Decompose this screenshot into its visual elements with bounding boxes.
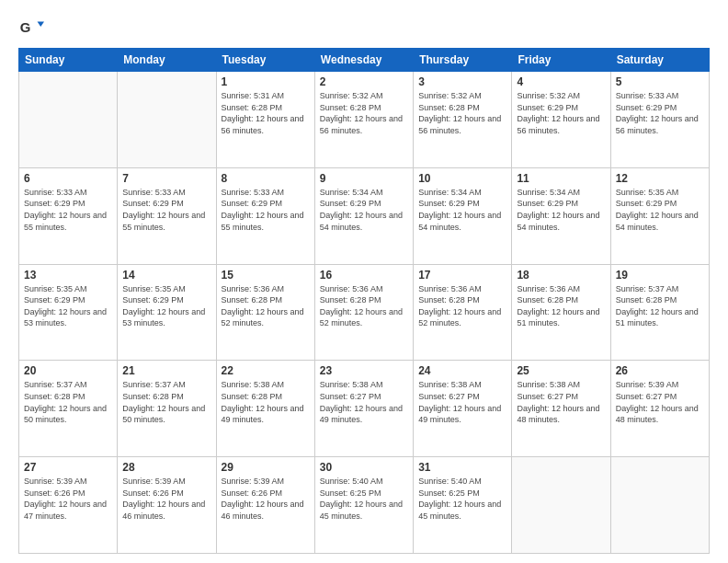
day-number: 31: [418, 461, 506, 474]
day-info: Sunrise: 5:37 AMSunset: 6:28 PMDaylight:…: [24, 379, 112, 425]
weekday-header: Friday: [512, 49, 610, 72]
calendar-week-row: 1Sunrise: 5:31 AMSunset: 6:28 PMDaylight…: [19, 72, 710, 168]
calendar-cell: 10Sunrise: 5:34 AMSunset: 6:29 PMDayligh…: [414, 167, 512, 264]
day-info: Sunrise: 5:37 AMSunset: 6:28 PMDaylight:…: [616, 283, 704, 329]
day-info: Sunrise: 5:32 AMSunset: 6:28 PMDaylight:…: [320, 90, 408, 136]
day-info: Sunrise: 5:33 AMSunset: 6:29 PMDaylight:…: [222, 187, 310, 233]
calendar-table: SundayMondayTuesdayWednesdayThursdayFrid…: [18, 48, 710, 554]
day-number: 22: [222, 364, 310, 377]
day-info: Sunrise: 5:36 AMSunset: 6:28 PMDaylight:…: [517, 283, 605, 329]
day-number: 17: [418, 269, 506, 282]
day-number: 7: [122, 172, 210, 185]
day-info: Sunrise: 5:33 AMSunset: 6:29 PMDaylight:…: [616, 90, 704, 136]
day-info: Sunrise: 5:35 AMSunset: 6:29 PMDaylight:…: [24, 283, 112, 329]
day-number: 9: [320, 172, 408, 185]
day-number: 25: [517, 364, 605, 377]
day-number: 30: [320, 461, 408, 474]
calendar-cell: 4Sunrise: 5:32 AMSunset: 6:29 PMDaylight…: [512, 72, 610, 168]
day-number: 13: [24, 269, 112, 282]
day-number: 27: [24, 461, 112, 474]
day-info: Sunrise: 5:33 AMSunset: 6:29 PMDaylight:…: [24, 187, 112, 233]
day-number: 20: [24, 364, 112, 377]
calendar-cell: 28Sunrise: 5:39 AMSunset: 6:26 PMDayligh…: [118, 457, 216, 554]
day-number: 24: [418, 364, 506, 377]
calendar-cell: 19Sunrise: 5:37 AMSunset: 6:28 PMDayligh…: [610, 264, 709, 361]
day-number: 3: [418, 75, 506, 88]
day-info: Sunrise: 5:40 AMSunset: 6:25 PMDaylight:…: [320, 476, 408, 522]
day-info: Sunrise: 5:40 AMSunset: 6:25 PMDaylight:…: [418, 476, 506, 522]
calendar-cell: 18Sunrise: 5:36 AMSunset: 6:28 PMDayligh…: [512, 264, 610, 361]
calendar-cell: 13Sunrise: 5:35 AMSunset: 6:29 PMDayligh…: [19, 264, 118, 361]
calendar-cell: 20Sunrise: 5:37 AMSunset: 6:28 PMDayligh…: [19, 361, 118, 457]
day-number: 19: [616, 269, 704, 282]
weekday-header: Monday: [118, 49, 216, 72]
calendar-header-row: SundayMondayTuesdayWednesdayThursdayFrid…: [19, 49, 710, 72]
day-info: Sunrise: 5:38 AMSunset: 6:27 PMDaylight:…: [418, 379, 506, 425]
calendar-cell: 2Sunrise: 5:32 AMSunset: 6:28 PMDaylight…: [314, 72, 413, 168]
day-info: Sunrise: 5:35 AMSunset: 6:29 PMDaylight:…: [122, 283, 210, 329]
calendar-week-row: 20Sunrise: 5:37 AMSunset: 6:28 PMDayligh…: [19, 361, 710, 457]
day-number: 6: [24, 172, 112, 185]
day-number: 18: [517, 269, 605, 282]
calendar-week-row: 6Sunrise: 5:33 AMSunset: 6:29 PMDaylight…: [19, 167, 710, 264]
day-info: Sunrise: 5:36 AMSunset: 6:28 PMDaylight:…: [320, 283, 408, 329]
calendar-cell: 29Sunrise: 5:39 AMSunset: 6:26 PMDayligh…: [216, 457, 314, 554]
day-info: Sunrise: 5:36 AMSunset: 6:28 PMDaylight:…: [418, 283, 506, 329]
calendar-cell: 5Sunrise: 5:33 AMSunset: 6:29 PMDaylight…: [610, 72, 709, 168]
day-number: 29: [222, 461, 310, 474]
calendar-cell: 12Sunrise: 5:35 AMSunset: 6:29 PMDayligh…: [610, 167, 709, 264]
day-info: Sunrise: 5:39 AMSunset: 6:26 PMDaylight:…: [122, 476, 210, 522]
day-info: Sunrise: 5:34 AMSunset: 6:29 PMDaylight:…: [320, 187, 408, 233]
calendar-cell: 8Sunrise: 5:33 AMSunset: 6:29 PMDaylight…: [216, 167, 314, 264]
calendar-cell: [118, 72, 216, 168]
calendar-cell: 3Sunrise: 5:32 AMSunset: 6:28 PMDaylight…: [414, 72, 512, 168]
logo-icon: G: [18, 15, 44, 40]
day-info: Sunrise: 5:38 AMSunset: 6:28 PMDaylight:…: [222, 379, 310, 425]
weekday-header: Tuesday: [216, 49, 314, 72]
logo: G: [18, 15, 48, 40]
calendar-week-row: 13Sunrise: 5:35 AMSunset: 6:29 PMDayligh…: [19, 264, 710, 361]
day-number: 16: [320, 269, 408, 282]
calendar-cell: 23Sunrise: 5:38 AMSunset: 6:27 PMDayligh…: [314, 361, 413, 457]
day-info: Sunrise: 5:39 AMSunset: 6:27 PMDaylight:…: [616, 379, 704, 425]
svg-marker-1: [38, 21, 44, 27]
calendar-cell: 6Sunrise: 5:33 AMSunset: 6:29 PMDaylight…: [19, 167, 118, 264]
day-number: 10: [418, 172, 506, 185]
day-number: 23: [320, 364, 408, 377]
calendar-cell: 14Sunrise: 5:35 AMSunset: 6:29 PMDayligh…: [118, 264, 216, 361]
weekday-header: Saturday: [610, 49, 709, 72]
day-number: 28: [122, 461, 210, 474]
calendar-cell: 30Sunrise: 5:40 AMSunset: 6:25 PMDayligh…: [314, 457, 413, 554]
weekday-header: Sunday: [19, 49, 118, 72]
calendar-cell: 15Sunrise: 5:36 AMSunset: 6:28 PMDayligh…: [216, 264, 314, 361]
calendar-cell: 27Sunrise: 5:39 AMSunset: 6:26 PMDayligh…: [19, 457, 118, 554]
calendar-cell: 7Sunrise: 5:33 AMSunset: 6:29 PMDaylight…: [118, 167, 216, 264]
day-info: Sunrise: 5:34 AMSunset: 6:29 PMDaylight:…: [517, 187, 605, 233]
day-info: Sunrise: 5:31 AMSunset: 6:28 PMDaylight:…: [222, 90, 310, 136]
day-number: 11: [517, 172, 605, 185]
calendar-cell: 16Sunrise: 5:36 AMSunset: 6:28 PMDayligh…: [314, 264, 413, 361]
calendar-cell: 22Sunrise: 5:38 AMSunset: 6:28 PMDayligh…: [216, 361, 314, 457]
calendar-cell: [19, 72, 118, 168]
day-number: 4: [517, 75, 605, 88]
calendar-cell: 31Sunrise: 5:40 AMSunset: 6:25 PMDayligh…: [414, 457, 512, 554]
day-info: Sunrise: 5:38 AMSunset: 6:27 PMDaylight:…: [517, 379, 605, 425]
header: G: [18, 15, 710, 40]
day-info: Sunrise: 5:35 AMSunset: 6:29 PMDaylight:…: [616, 187, 704, 233]
page: G SundayMondayTuesdayWednesdayThursdayFr…: [0, 0, 728, 563]
day-info: Sunrise: 5:37 AMSunset: 6:28 PMDaylight:…: [122, 379, 210, 425]
weekday-header: Thursday: [414, 49, 512, 72]
day-info: Sunrise: 5:39 AMSunset: 6:26 PMDaylight:…: [222, 476, 310, 522]
day-number: 1: [222, 75, 310, 88]
day-number: 21: [122, 364, 210, 377]
calendar-cell: 9Sunrise: 5:34 AMSunset: 6:29 PMDaylight…: [314, 167, 413, 264]
calendar-cell: [610, 457, 709, 554]
day-info: Sunrise: 5:32 AMSunset: 6:28 PMDaylight:…: [418, 90, 506, 136]
day-number: 14: [122, 269, 210, 282]
day-number: 2: [320, 75, 408, 88]
calendar-cell: 26Sunrise: 5:39 AMSunset: 6:27 PMDayligh…: [610, 361, 709, 457]
day-info: Sunrise: 5:32 AMSunset: 6:29 PMDaylight:…: [517, 90, 605, 136]
calendar-cell: 17Sunrise: 5:36 AMSunset: 6:28 PMDayligh…: [414, 264, 512, 361]
calendar-cell: 11Sunrise: 5:34 AMSunset: 6:29 PMDayligh…: [512, 167, 610, 264]
day-info: Sunrise: 5:33 AMSunset: 6:29 PMDaylight:…: [122, 187, 210, 233]
